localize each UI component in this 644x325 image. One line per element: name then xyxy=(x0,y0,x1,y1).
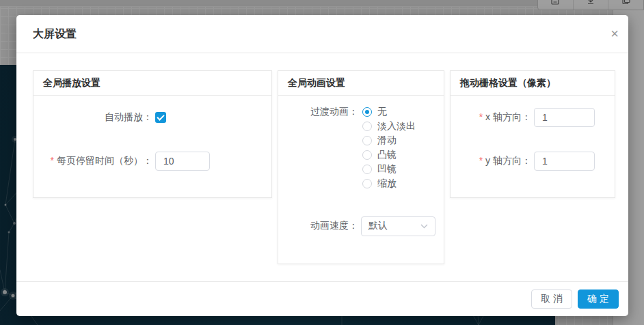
radio-option-zoom[interactable]: 缩放 xyxy=(362,176,416,190)
panel-content: *x 轴方向： *y 轴方向： xyxy=(451,96,615,171)
panel-grid-settings: 拖动栅格设置（像素） *x 轴方向： *y 轴方向： xyxy=(450,70,615,198)
autoplay-label: 自动播放： xyxy=(33,111,152,124)
radio-option-convex[interactable]: 凸镜 xyxy=(362,147,416,162)
transition-radio-group: 无 淡入淡出 滑动 凸 xyxy=(362,104,416,190)
x-axis-row: *x 轴方向： xyxy=(451,108,615,127)
radio-option-none[interactable]: 无 xyxy=(362,104,416,119)
transition-label: 过渡动画： xyxy=(278,104,358,119)
page-time-label: *每页停留时间（秒）： xyxy=(33,155,152,167)
radio-icon xyxy=(362,150,372,160)
y-axis-label: *y 轴方向： xyxy=(451,155,531,167)
dialog-title: 大屏设置 xyxy=(33,27,77,41)
settings-dialog: 大屏设置 × 全局播放设置 自动播放： *每页停留时间（秒）： xyxy=(16,15,628,316)
radio-option-fade[interactable]: 淡入淡出 xyxy=(362,119,416,133)
panel-animation-settings: 全局动画设置 过渡动画： 无 淡入淡出 xyxy=(278,70,444,264)
required-asterisk: * xyxy=(51,155,54,166)
select-value: 默认 xyxy=(368,220,388,232)
autoplay-checkbox[interactable] xyxy=(155,112,166,123)
radio-icon xyxy=(362,122,372,131)
radio-label: 滑动 xyxy=(377,135,397,147)
radio-selected-icon xyxy=(362,107,372,117)
radio-icon xyxy=(362,165,372,174)
panel-content: 过渡动画： 无 淡入淡出 xyxy=(278,96,444,236)
dialog-footer: 取 消 确 定 xyxy=(16,281,628,316)
panel-title: 全局动画设置 xyxy=(278,71,444,96)
radio-label: 淡入淡出 xyxy=(377,120,416,132)
page-time-row: *每页停留时间（秒）： xyxy=(33,152,271,171)
panel-content: 自动播放： *每页停留时间（秒）： xyxy=(33,96,271,171)
page-time-label-text: 每页停留时间（秒）： xyxy=(57,155,152,166)
checkmark-icon xyxy=(157,113,164,120)
radio-icon xyxy=(362,136,372,145)
screen: 大屏设置 × 全局播放设置 自动播放： *每页停留时间（秒）： xyxy=(0,0,644,325)
cancel-button[interactable]: 取 消 xyxy=(531,289,572,309)
y-axis-label-text: y 轴方向： xyxy=(485,155,531,166)
radio-label: 凹镜 xyxy=(377,163,397,175)
radio-label: 凸镜 xyxy=(377,149,397,161)
animation-speed-label: 动画速度： xyxy=(278,220,358,232)
required-asterisk: * xyxy=(479,155,483,166)
x-axis-label: *x 轴方向： xyxy=(451,111,531,124)
y-axis-row: *y 轴方向： xyxy=(451,152,615,171)
page-time-input[interactable] xyxy=(155,152,210,171)
dialog-header: 大屏设置 × xyxy=(16,15,628,53)
animation-speed-select[interactable]: 默认 xyxy=(361,216,435,236)
radio-label: 缩放 xyxy=(377,178,397,190)
radio-icon xyxy=(362,179,372,188)
animation-speed-row: 动画速度： 默认 xyxy=(278,216,444,236)
x-axis-input[interactable] xyxy=(534,108,595,127)
chevron-down-icon xyxy=(420,224,428,229)
y-axis-input[interactable] xyxy=(534,152,595,171)
radio-label: 无 xyxy=(377,106,387,118)
dialog-body: 全局播放设置 自动播放： *每页停留时间（秒）： 全局动画设 xyxy=(33,70,615,264)
panel-title: 全局播放设置 xyxy=(33,71,271,96)
x-axis-label-text: x 轴方向： xyxy=(485,111,531,122)
close-icon[interactable]: × xyxy=(611,27,619,40)
confirm-button[interactable]: 确 定 xyxy=(578,289,619,309)
panel-title: 拖动栅格设置（像素） xyxy=(451,71,615,96)
radio-option-slide[interactable]: 滑动 xyxy=(362,133,416,147)
autoplay-row: 自动播放： xyxy=(33,108,271,127)
panel-playback-settings: 全局播放设置 自动播放： *每页停留时间（秒）： xyxy=(33,70,272,198)
required-asterisk: * xyxy=(479,111,483,122)
radio-option-concave[interactable]: 凹镜 xyxy=(362,162,416,176)
transition-row: 过渡动画： 无 淡入淡出 xyxy=(278,104,444,190)
